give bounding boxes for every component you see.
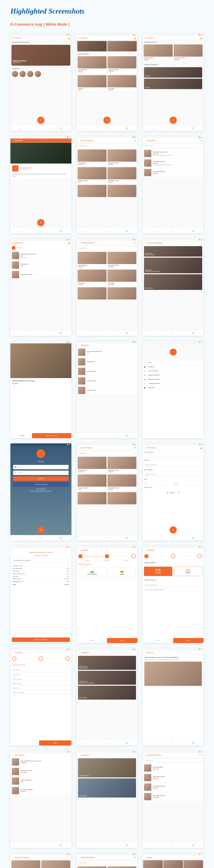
search-input[interactable]: Search Item⌕ [78,144,136,148]
screen-recommended: 📶🔋 ←Recommended...⌕⚙ Search Item⌕ Lady S… [77,136,137,233]
screen-shop-info: 📶🔋 ←Shop Info PS Fashion Storeadmin@gmai… [10,136,71,233]
screen-latest: 📶🔋 ☰PS Store⌕🔔 Latest Products Lady Slee… [77,34,137,131]
app-bar: ☰ PS Store ⌕ 🔔 [10,36,71,40]
screen-collections: 📶🔋 ←Collections Women Fashion Kids Fashi… [77,751,137,848]
screen-discount: 📶🔋 ←Discount Products⌕⚙ Search Item⌕ Lad… [143,751,204,848]
screen-checkout-pay: 📶🔋 ←Checkout ✓✓○ AddressConfirmationSucc… [77,546,137,643]
fb-login-button[interactable]: Log in with Facebook [13,482,69,487]
fab[interactable]: + [170,117,177,124]
screen-basket: 📶🔋 ☰Basket List🔔 PS Store (Home) long sl… [10,239,71,336]
main-title: Highlighted Screenshots [0,0,214,19]
screen-checkout-addr: 📶🔋 ←Checkout ○○○ SHIPPING ADDRESS Enter … [10,648,71,745]
bell-icon[interactable]: 🔔 [68,37,70,39]
search-icon[interactable]: ⌕ [66,37,67,39]
menu-icon[interactable]: ☰ [12,37,13,39]
screenshot-grid: 📶🔋 ☰ PS Store ⌕ 🔔 Recommended Products W… [0,32,214,868]
screen-latest-prod: 📶🔋 ←Latest Products⌕⚙ Search Item⌕ Lady … [77,443,137,540]
hero-banner[interactable]: Women FashionSport & Casual★★★★★ [11,45,70,66]
screen-trending: 📶🔋 ☰PS Store⌕🔔 Trending Products Lady Sl… [143,34,204,131]
screen-detail: 📶🔋 Lady Sleeveless A-Line Lace... $83 $4… [10,341,71,438]
screen-drawer: 📶🔋 ⌂Home ▦Category ✦Latest Products %Dis… [143,341,204,438]
screen-trending-prod: 📶🔋 ←Trending Products⌕⚙ Search Item⌕ Lad… [77,239,137,336]
screen-trending-cat: 📶🔋 ←Trending Categories 658 productsPupp… [143,239,204,336]
sub-title: E-Commerce App ( White Mode ) [0,19,214,32]
screen-categories: 📶🔋 ←Categories 658 productsPuppy Fashion… [77,648,137,745]
password-field[interactable]: 🔒 Password [13,471,69,475]
fab[interactable]: + [103,117,111,124]
screen-gallery: 📶🔋 ←Gallery ⌂☺🛒 [143,853,204,868]
search-input[interactable]: Search Item⌕ [144,144,202,148]
add-basket-button[interactable]: ADD TO BASKET [32,433,71,438]
login-button[interactable]: LOGIN [13,476,69,481]
keep-shopping-button[interactable]: KEEP SHOPPING [12,638,70,642]
screen-blog: 📶🔋 ←Blog List Lady Sleeveless A-line Lac… [143,648,204,745]
screen-order-done: 📶🔋 ORDER SUCCESSFULLY DONE Thank you, Cu… [10,546,71,643]
email-field[interactable]: 👤 Email [13,465,69,469]
fab[interactable]: + [37,117,44,124]
screen-search: 📶🔋 ←Item Search🔔 Product Name Category P… [143,443,204,540]
screen-checkout-ship: 📶🔋 ←Checkout ✓○○ Shipping Method $ 10Sta… [143,546,204,643]
screen-fav: 📶🔋 ←Favourite Products Lady Sleeveless..… [10,853,71,868]
nav-bar: ⌂☺🛒 [10,125,71,131]
screen-notification: 📶🔋 ←Notification (Home) long sleeves Tee… [77,341,137,438]
screen-history: 📶🔋 ←User History Lady Sleeveless A-Line … [10,751,71,848]
screen-featured: 📶🔋 ←Featured Products⌕⚙ Search Item⌕ Lad… [77,853,137,868]
screen-home: 📶🔋 ☰ PS Store ⌕ 🔔 Recommended Products W… [10,34,71,131]
screen-login: 📶🔋 PS Store 👤 Email 🔒 Password LOGIN Log… [10,443,71,540]
screen-product-list: 📶🔋 ←Product List⌕⚙ Search Item⌕ Lady Sle… [143,136,204,233]
